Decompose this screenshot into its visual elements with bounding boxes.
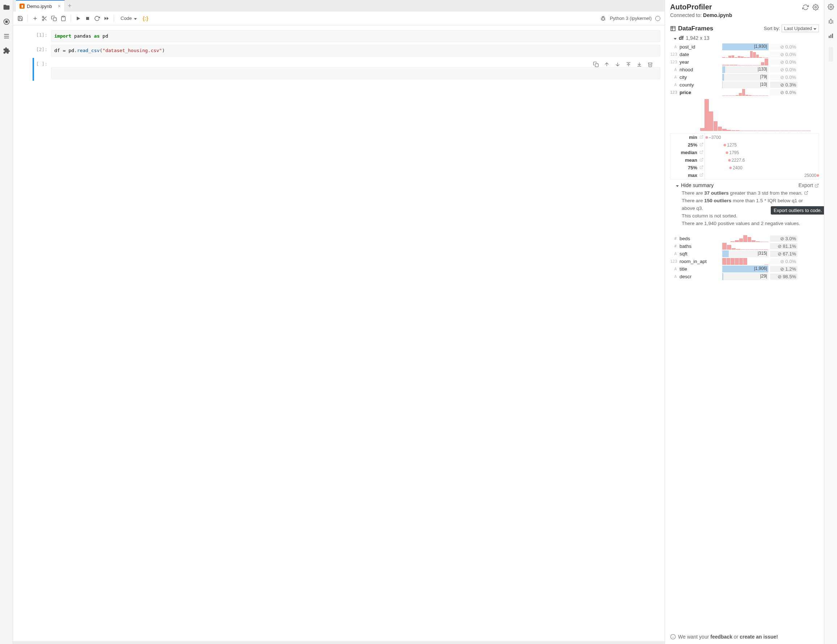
add-cell-icon[interactable] [32,16,38,21]
type-indicator: # [670,236,678,241]
svg-marker-16 [105,16,107,20]
delete-icon[interactable] [647,62,653,67]
svg-line-33 [701,158,703,160]
copy-icon[interactable] [593,62,599,67]
mini-histogram [722,51,768,58]
list-icon[interactable] [3,33,10,40]
null-pct: ⊘ 0.0% [770,258,798,264]
up-icon[interactable] [604,62,610,67]
external-link-icon[interactable] [699,172,704,178]
bar-chart-icon[interactable] [827,33,834,39]
code-input[interactable] [51,67,660,79]
chevron-down-icon [674,35,677,41]
create-issue-link[interactable]: create an issue! [740,634,778,640]
svg-line-31 [701,143,703,145]
type-indicator: 123 [670,60,678,64]
svg-line-11 [43,17,44,18]
dataframe-row[interactable]: df 1,942 x 13 [670,35,819,41]
external-link-icon[interactable] [804,190,808,194]
save-icon[interactable] [17,16,23,21]
type-indicator: A [670,274,678,279]
column-row-nhood[interactable]: A nhood |133| ⊘ 0.0% [670,66,819,74]
column-row-descr[interactable]: A descr |29| ⊘ 98.5% [670,273,819,280]
cardinality-bar: |315| [722,251,768,257]
column-name-label: county [678,82,722,88]
new-tab-button[interactable]: + [65,1,75,11]
code-cell[interactable]: [ ]: [13,58,665,80]
tab-label: Demo.ipynb [27,3,52,9]
settings-icon[interactable] [812,4,819,10]
render-icon[interactable]: {:} [143,16,148,21]
code-cell[interactable]: [2]: df = pd.read_csv("dataset_housing.c… [13,43,665,58]
column-row-post_id[interactable]: A post_id |1,930| ⊘ 0.0% [670,43,819,51]
sort-select[interactable]: Last Updated [781,25,819,32]
stop-icon[interactable] [85,16,90,21]
autoprofiler-panel: AutoProfiler Connected to: Demo.ipynb Da… [665,0,824,644]
run-icon[interactable] [75,16,81,21]
close-icon[interactable]: × [57,3,61,9]
kernel-status-icon[interactable] [655,16,660,21]
paste-icon[interactable] [61,16,66,21]
cut-icon[interactable] [42,16,48,21]
fast-forward-icon[interactable] [103,16,109,21]
puzzle-icon[interactable] [3,47,10,54]
column-row-date[interactable]: 123 date ⊘ 0.0% [670,51,819,58]
mini-histogram [722,258,768,265]
code-input[interactable]: df = pd.read_csv("dataset_housing.csv") [51,45,660,56]
code-input[interactable]: import pandas as pd [51,30,660,42]
type-indicator: # [670,244,678,249]
copy-icon[interactable] [51,16,57,21]
restart-icon[interactable] [94,16,100,21]
null-pct: ⊘ 0.0% [770,67,798,73]
type-indicator: 123 [670,90,678,95]
svg-line-10 [45,19,47,20]
column-name-label: sqft [678,251,722,257]
bug-icon[interactable] [600,16,606,21]
svg-rect-42 [830,20,832,24]
stat-row-mean: mean 2227.6 [670,156,819,164]
stat-row-25%: 25% 1275 [670,141,819,149]
svg-rect-13 [62,16,64,17]
debug-icon[interactable] [827,18,834,25]
insert-above-icon[interactable] [625,62,631,67]
column-row-sqft[interactable]: A sqft |315| ⊘ 67.1% [670,250,819,257]
cell-prompt: [2]: [31,45,51,56]
gear-icon[interactable] [827,3,834,10]
notebook-toolbar: Code {:} Python 3 (ipykernel) [13,11,665,25]
column-row-baths[interactable]: # baths ⊘ 81.1% [670,243,819,250]
column-row-county[interactable]: A county |10| ⊘ 0.3% [670,81,819,88]
external-link-icon[interactable] [699,142,704,147]
tab-demo[interactable]: ▮ Demo.ipynb × [16,0,65,11]
column-row-price[interactable]: 123 price ⊘ 0.0% [670,88,819,96]
external-link-icon[interactable] [699,157,704,163]
refresh-icon[interactable] [802,4,809,10]
feedback-link[interactable]: feedback [710,634,732,640]
stat-row-median: median 1795 [670,149,819,156]
insert-below-icon[interactable] [637,62,642,67]
stat-row-min: min –3700 [670,133,819,141]
external-link-icon[interactable] [699,165,704,170]
autoprofiler-tab-icon[interactable] [829,47,833,62]
folder-icon[interactable] [3,3,10,11]
cardinality-bar: |1,906| [722,265,768,272]
column-row-room_in_apt[interactable]: 123 room_in_apt ⊘ 0.0% [670,257,819,265]
code-cell[interactable]: [1]: import pandas as pd [13,29,665,43]
hide-summary-toggle[interactable]: Hide summary [676,182,714,188]
export-button[interactable]: Export [799,182,819,188]
external-link-icon[interactable] [699,150,704,155]
external-link-icon [814,183,819,187]
circle-stop-icon[interactable] [3,18,10,25]
svg-marker-14 [77,16,80,20]
svg-rect-43 [829,36,830,38]
column-row-beds[interactable]: # beds ⊘ 3.0% [670,235,819,243]
cell-type-select[interactable]: Code [118,15,139,22]
down-icon[interactable] [615,62,620,67]
null-pct: ⊘ 0.3% [770,82,798,88]
kernel-name-label[interactable]: Python 3 (ipykernel) [610,16,652,21]
svg-rect-27 [671,26,675,31]
column-row-title[interactable]: A title |1,906| ⊘ 1.2% [670,265,819,273]
column-row-city[interactable]: A city |79| ⊘ 0.0% [670,74,819,81]
null-pct: ⊘ 1.2% [770,266,798,272]
column-row-year[interactable]: 123 year ⊘ 0.0% [670,58,819,66]
external-link-icon[interactable] [699,134,704,140]
